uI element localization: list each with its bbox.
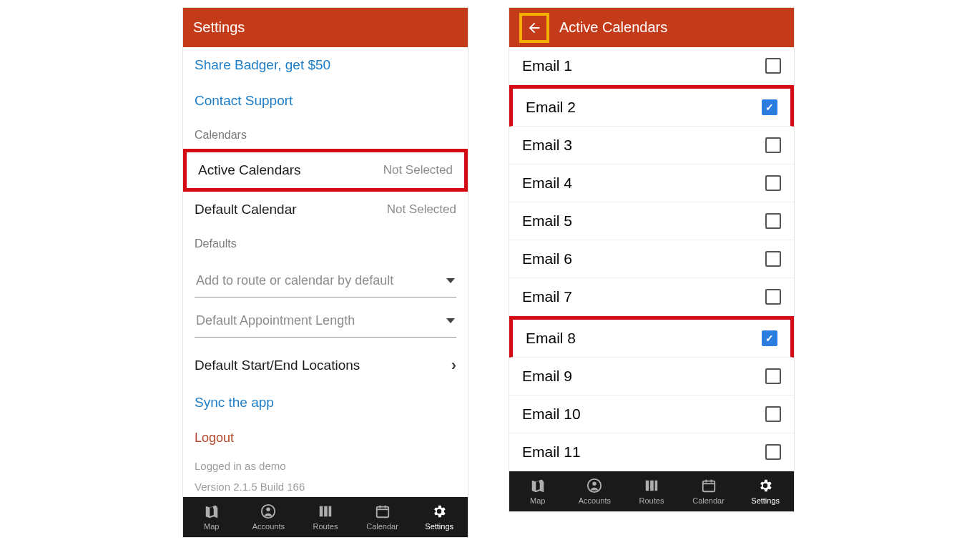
email-row[interactable]: Email 4 (509, 164, 794, 202)
nav-label: Settings (751, 496, 780, 505)
add-default-dropdown[interactable]: Add to route or calendar by default (195, 265, 456, 298)
logout-link[interactable]: Logout (183, 421, 468, 456)
logged-in-text: Logged in as demo (183, 456, 468, 476)
svg-rect-10 (702, 481, 715, 492)
nav-calendar[interactable]: Calendar (680, 478, 737, 505)
share-link[interactable]: Share Badger, get $50 (183, 47, 468, 83)
email-row[interactable]: Email 6 (509, 240, 794, 278)
calendar-icon (701, 478, 717, 495)
email-checkbox[interactable] (765, 368, 781, 384)
email-label: Email 10 (522, 406, 581, 423)
routes-icon (318, 503, 333, 521)
email-checkbox[interactable] (765, 444, 781, 460)
nav-label: Map (204, 522, 219, 531)
active-calendars-row[interactable]: Active Calendars Not Selected (183, 149, 468, 192)
email-checkbox[interactable] (765, 58, 781, 74)
defaults-section-label: Defaults (183, 227, 468, 257)
arrow-left-icon (526, 20, 542, 36)
nav-label: Settings (425, 522, 453, 531)
nav-calendar[interactable]: Calendar (354, 503, 411, 531)
settings-titlebar: Settings (183, 8, 468, 47)
email-label: Email 5 (522, 212, 572, 230)
email-checkbox[interactable] (762, 330, 777, 346)
active-calendars-titlebar: Active Calendars (509, 8, 794, 47)
default-calendar-label: Default Calendar (195, 202, 297, 217)
email-label: Email 8 (526, 330, 576, 347)
appt-length-dropdown[interactable]: Default Appointment Length (195, 305, 456, 338)
nav-map[interactable]: Map (183, 503, 240, 531)
email-row[interactable]: Email 10 (509, 396, 794, 433)
settings-screen: Settings Share Badger, get $50 Contact S… (182, 7, 468, 538)
nav-accounts[interactable]: Accounts (566, 478, 624, 505)
active-calendars-screen: Active Calendars Email 1Email 2Email 3Em… (509, 7, 795, 512)
settings-title: Settings (193, 19, 245, 36)
nav-accounts[interactable]: Accounts (240, 503, 298, 531)
email-checkbox[interactable] (765, 175, 781, 191)
svg-point-9 (593, 482, 597, 486)
default-calendar-value: Not Selected (387, 202, 456, 217)
nav-routes[interactable]: Routes (623, 478, 680, 505)
email-row[interactable]: Email 9 (509, 358, 794, 396)
email-checkbox[interactable] (765, 289, 781, 305)
email-label: Email 7 (522, 288, 572, 305)
email-label: Email 6 (522, 250, 572, 267)
map-icon (530, 478, 546, 495)
email-row[interactable]: Email 8 (509, 316, 794, 358)
email-row[interactable]: Email 7 (509, 278, 794, 316)
active-calendars-label: Active Calendars (198, 162, 301, 178)
nav-map[interactable]: Map (509, 478, 566, 505)
nav-routes[interactable]: Routes (297, 503, 354, 531)
version-text: Version 2.1.5 Build 166 (183, 476, 468, 497)
nav-label: Routes (639, 496, 664, 505)
nav-label: Accounts (579, 496, 611, 505)
settings-content: Share Badger, get $50 Contact Support Ca… (183, 47, 468, 497)
email-label: Email 11 (522, 443, 581, 461)
contact-support-link[interactable]: Contact Support (183, 83, 468, 119)
accounts-icon (586, 478, 602, 495)
nav-settings[interactable]: Settings (411, 503, 468, 531)
email-label: Email 1 (522, 57, 572, 74)
default-locations-label: Default Start/End Locations (195, 358, 360, 373)
svg-rect-3 (376, 507, 388, 518)
email-row[interactable]: Email 11 (509, 433, 794, 471)
caret-down-icon (446, 318, 455, 323)
default-locations-row[interactable]: Default Start/End Locations › (183, 346, 468, 385)
svg-point-0 (213, 506, 217, 510)
active-calendars-title: Active Calendars (559, 19, 667, 36)
settings-icon (431, 503, 447, 521)
svg-point-7 (539, 480, 544, 484)
email-checkbox[interactable] (765, 213, 781, 229)
nav-label: Calendar (366, 522, 398, 531)
nav-label: Calendar (692, 496, 725, 505)
nav-settings[interactable]: Settings (737, 478, 794, 505)
map-icon (204, 503, 220, 521)
calendar-icon (375, 503, 391, 521)
email-label: Email 4 (522, 175, 572, 192)
accounts-icon (260, 503, 276, 521)
default-calendar-row[interactable]: Default Calendar Not Selected (183, 192, 468, 227)
email-label: Email 2 (526, 99, 576, 116)
nav-label: Map (530, 496, 545, 505)
email-label: Email 9 (522, 368, 572, 385)
caret-down-icon (446, 278, 455, 283)
nav-label: Routes (313, 522, 338, 531)
email-row[interactable]: Email 5 (509, 202, 794, 240)
bottom-nav: MapAccountsRoutesCalendarSettings (183, 497, 468, 537)
email-row[interactable]: Email 2 (509, 85, 794, 127)
calendars-section-label: Calendars (183, 119, 468, 149)
back-button[interactable] (519, 13, 549, 43)
svg-point-2 (267, 508, 271, 512)
email-checkbox[interactable] (765, 406, 781, 422)
routes-icon (644, 478, 659, 495)
sync-link[interactable]: Sync the app (183, 385, 468, 421)
settings-icon (757, 478, 773, 495)
email-row[interactable]: Email 1 (509, 47, 794, 85)
email-checkbox[interactable] (765, 137, 781, 153)
email-checkbox[interactable] (762, 99, 777, 115)
email-checkbox[interactable] (765, 251, 781, 267)
active-calendars-value: Not Selected (383, 163, 453, 177)
nav-label: Accounts (252, 522, 285, 531)
chevron-right-icon: › (451, 356, 456, 375)
appt-length-label: Default Appointment Length (196, 313, 355, 328)
email-row[interactable]: Email 3 (509, 127, 794, 164)
